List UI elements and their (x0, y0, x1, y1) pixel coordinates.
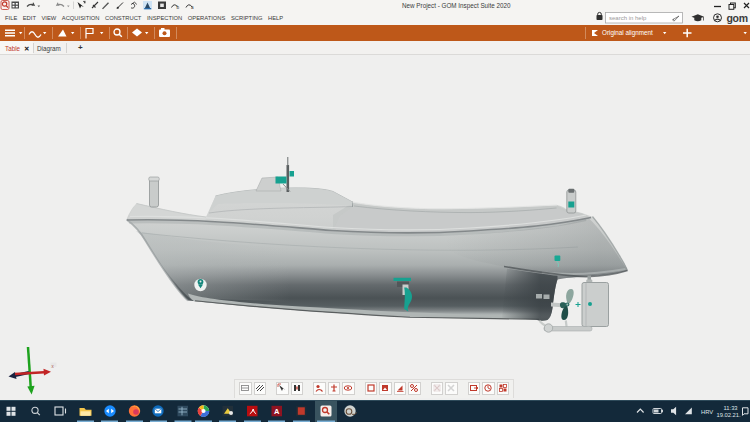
svg-text:19.02.21.: 19.02.21. (717, 412, 742, 418)
svg-text:HRV: HRV (701, 409, 713, 415)
svg-text:11:33: 11:33 (724, 405, 738, 411)
svg-text:A: A (274, 407, 280, 416)
